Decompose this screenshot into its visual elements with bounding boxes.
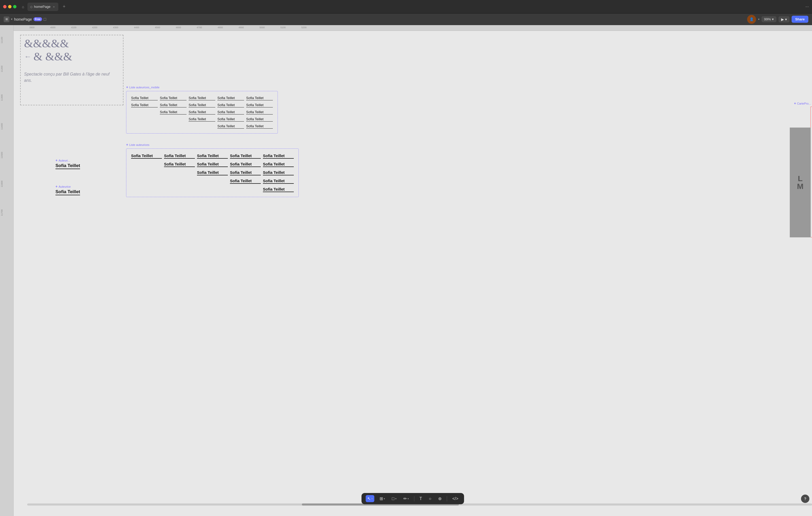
- col-3: Sofia Teillet Sofia Teillet Sofia Teille…: [188, 96, 215, 129]
- play-chevron-icon: ▾: [785, 17, 787, 22]
- tab-homepage[interactable]: ◇ homePage ×: [27, 3, 58, 11]
- toolbar-divider-1: [414, 496, 414, 502]
- avatar-button[interactable]: 👤: [747, 15, 756, 24]
- author-mobile-5: Sofia Teillet: [160, 110, 186, 115]
- author-mobile-8: Sofia Teillet: [188, 110, 215, 115]
- add-tab-button[interactable]: +: [60, 3, 68, 10]
- toolbar-left: ⊞ ▾ homePage Free □: [4, 17, 46, 22]
- bottom-toolbar: ↖ ▾ ⊞ ▾ □ ▾ ✏ ▾ T ○ ⊛: [361, 493, 464, 504]
- canvas-area: 3900 4000 4100 4200 4300 4400 4500 4600 …: [0, 25, 812, 516]
- avatar-chevron-icon[interactable]: ▾: [758, 18, 759, 21]
- tab-close-icon[interactable]: ×: [52, 5, 56, 9]
- author-4: Sofia Teillet: [197, 153, 228, 159]
- liste-mobile-box: Sofia Teillet Sofia Teillet Sofia Teille…: [126, 91, 278, 133]
- auteurice-section-1: Auteuri... Sofia Teillet: [55, 159, 80, 169]
- code-tool-button[interactable]: </>: [451, 495, 460, 502]
- sketch-arrow-icon: ←: [24, 53, 31, 61]
- home-icon: ⌂: [21, 4, 25, 9]
- page-name: homePage: [14, 17, 32, 22]
- ruler-mark: 5000: [260, 26, 265, 29]
- author-14: Sofia Teillet: [263, 179, 294, 184]
- liste-label-text: Liste auteurices: [129, 143, 149, 146]
- auteurice-name-1: Sofia Teillet: [55, 163, 80, 169]
- circle-icon: ○: [429, 496, 431, 501]
- ruler-top: 3900 4000 4100 4200 4300 4400 4500 4600 …: [13, 25, 812, 31]
- col-5: Sofia Teillet Sofia Teillet Sofia Teille…: [246, 96, 273, 129]
- author-11: Sofia Teillet: [263, 153, 294, 159]
- ruler-left-mark: 11200: [1, 66, 3, 72]
- ruler-mark: 3900: [29, 26, 34, 29]
- author-mobile-19: Sofia Teillet: [246, 124, 273, 129]
- carte-pro-label: CartePro...: [793, 101, 812, 105]
- liste-box: Sofia Teillet Sofia Teillet Sofia Teille…: [126, 149, 299, 197]
- toolbar-right: 👤 ▾ 99% ▾ ▶ ▾ Share: [747, 15, 808, 24]
- author-3: Sofia Teillet: [164, 162, 195, 167]
- ruler-mark: 4500: [155, 26, 160, 29]
- play-button[interactable]: ▶ ▾: [779, 16, 789, 23]
- author-9: Sofia Teillet: [230, 170, 261, 175]
- ruler-mark: 5200: [301, 26, 307, 29]
- author-mobile-4: Sofia Teillet: [160, 103, 186, 108]
- ruler-mark: 4900: [239, 26, 244, 29]
- shape-tool-button[interactable]: □ ▾: [390, 495, 398, 502]
- tab-title: homePage: [34, 5, 51, 9]
- chevron-down-icon[interactable]: ▾: [11, 18, 12, 21]
- zoom-level: 99%: [764, 17, 771, 21]
- auteurice-label-1-text: Auteuri...: [59, 159, 70, 162]
- author-mobile-11: Sofia Teillet: [218, 103, 244, 108]
- author-15: Sofia Teillet: [263, 187, 294, 192]
- ruler-mark: 4600: [176, 26, 181, 29]
- minimize-button[interactable]: [8, 5, 11, 8]
- text-tool-button[interactable]: T: [418, 495, 424, 502]
- select-tool-button[interactable]: ↖ ▾: [366, 495, 374, 502]
- ruler-left-mark: 11500: [1, 152, 3, 158]
- author-mobile-15: Sofia Teillet: [246, 96, 273, 100]
- frame-chevron-icon: ▾: [384, 497, 385, 500]
- liste-label: Liste auteurices: [126, 143, 299, 146]
- maximize-button[interactable]: [13, 5, 17, 8]
- liste-mobile-container: Liste auteurices_mobile Sofia Teillet So…: [126, 86, 278, 133]
- ruler-left-mark: 11300: [1, 94, 3, 101]
- component-icon[interactable]: ⊞: [4, 17, 9, 22]
- zoom-button[interactable]: 99% ▾: [761, 16, 776, 22]
- author-5: Sofia Teillet: [197, 162, 228, 167]
- pen-icon: ✏: [403, 496, 407, 501]
- canvas-toolbar: ⊞ ▾ homePage Free □ 👤 ▾ 99% ▾ ▶ ▾ Share: [0, 13, 812, 25]
- share-button[interactable]: Share: [791, 16, 808, 23]
- author-mobile-16: Sofia Teillet: [246, 103, 273, 108]
- help-button[interactable]: ?: [801, 494, 809, 503]
- pen-chevron-icon: ▾: [408, 497, 409, 500]
- author-col-3: Sofia Teillet Sofia Teillet Sofia Teille…: [197, 153, 228, 192]
- author-12: Sofia Teillet: [263, 162, 294, 167]
- sketch-line1: &&&&&: [24, 37, 113, 50]
- ruler-mark: 5100: [281, 26, 286, 29]
- col-2: Sofia Teillet Sofia Teillet Sofia Teille…: [160, 96, 186, 129]
- author-col-2: Sofia Teillet Sofia Teillet: [164, 153, 195, 192]
- shape-chevron-icon: ▾: [395, 497, 397, 500]
- ruler-mark: 4000: [50, 26, 55, 29]
- circle-tool-button[interactable]: ○: [427, 495, 433, 502]
- author-mobile-17: Sofia Teillet: [246, 110, 273, 115]
- select-chevron-icon: ▾: [372, 497, 373, 500]
- liste-container: Liste auteurices Sofia Teillet Sofia Tei…: [126, 143, 299, 197]
- titlebar: ⌂ ◇ homePage × + ···: [0, 0, 812, 13]
- multi-page-icon[interactable]: □: [44, 17, 46, 22]
- author-grid: Sofia Teillet Sofia Teillet Sofia Teille…: [131, 153, 294, 192]
- canvas-content: &&&&& ← & &&& Spectacle conçu par Bill G…: [13, 31, 812, 506]
- ruler-left-mark: 11100: [1, 37, 3, 43]
- components-tool-button[interactable]: ⊛: [437, 495, 443, 502]
- author-mobile-7: Sofia Teillet: [188, 103, 215, 108]
- frame-tool-button[interactable]: ⊞ ▾: [378, 495, 387, 502]
- auteurice-label-2: Auteurice: [55, 185, 80, 188]
- zoom-chevron-icon: ▾: [772, 17, 774, 21]
- pen-tool-button[interactable]: ✏ ▾: [402, 495, 410, 502]
- more-options-button[interactable]: ···: [806, 4, 809, 9]
- author-2: Sofia Teillet: [164, 153, 195, 159]
- close-button[interactable]: [3, 5, 6, 8]
- ruler-mark: 4200: [92, 26, 97, 29]
- liste-mobile-label-text: Liste auteurices_mobile: [129, 86, 160, 89]
- ruler-left-mark: 11400: [1, 123, 3, 130]
- text-icon: T: [419, 496, 422, 501]
- ruler-mark: 4700: [197, 26, 202, 29]
- frame-icon: ⊞: [380, 496, 383, 501]
